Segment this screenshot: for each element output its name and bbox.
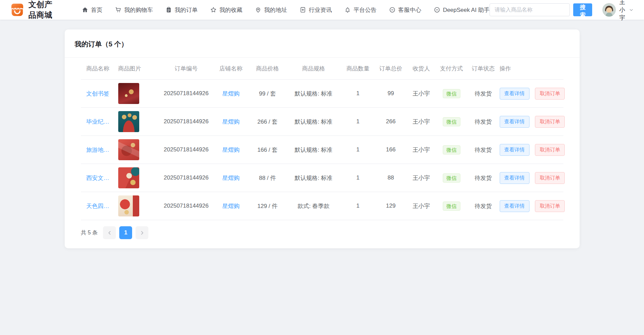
search-button[interactable]: 搜索: [573, 3, 592, 16]
column-header: 商品图片: [118, 58, 160, 80]
table-row: 毕业纪… 20250718144926 星熠购 266 / 套 默认规格: 标准…: [81, 108, 563, 136]
ai-icon: [434, 6, 440, 13]
pagination-total: 共 5 条: [81, 229, 98, 236]
nav-item[interactable]: 我的购物车: [115, 6, 153, 14]
order-total: 88: [375, 164, 407, 192]
nav-item-label: 我的地址: [264, 6, 287, 14]
prev-page-button[interactable]: [103, 226, 116, 239]
cancel-order-button[interactable]: 取消订单: [535, 88, 565, 100]
recipient: 王小宇: [407, 192, 436, 220]
order-status: 待发货: [467, 192, 500, 220]
order-number: 20250718144926: [160, 164, 213, 192]
column-header: 订单状态: [467, 58, 500, 80]
cart-icon: [115, 6, 122, 13]
product-spec: 默认规格: 标准: [286, 108, 341, 136]
shop-name-link[interactable]: 星熠购: [222, 147, 240, 153]
product-image[interactable]: [118, 83, 139, 104]
product-image[interactable]: [118, 111, 139, 132]
column-header: 收货人: [407, 58, 436, 80]
chevron-down-icon: [629, 7, 634, 13]
product-image[interactable]: [118, 167, 139, 188]
nav-item-label: 我的订单: [174, 6, 198, 14]
page-body: 我的订单（5 个） 商品名称商品图片订单编号店铺名称商品价格商品规格商品数量订单…: [0, 20, 644, 248]
view-details-button[interactable]: 查看详情: [500, 116, 529, 128]
payment-badge: 微信: [443, 117, 460, 126]
recipient: 王小宇: [407, 136, 436, 164]
order-number: 20250718144926: [160, 108, 213, 136]
store-logo-icon: [10, 3, 24, 17]
product-price: 266 / 套: [249, 108, 286, 136]
main-nav: 首页 我的购物车 我的订单 我的收藏 我的地址 行业资讯 平台公告: [82, 6, 490, 14]
order-status: 待发货: [467, 108, 500, 136]
order-total: 266: [375, 108, 407, 136]
table-header-row: 商品名称商品图片订单编号店铺名称商品价格商品规格商品数量订单总价收货人支付方式订…: [81, 58, 563, 80]
recipient: 王小宇: [407, 80, 436, 108]
view-details-button[interactable]: 查看详情: [500, 172, 529, 184]
order-total: 129: [375, 192, 407, 220]
user-menu[interactable]: 王小宇: [602, 0, 634, 22]
product-spec: 款式: 春季款: [286, 192, 341, 220]
product-name-link[interactable]: 毕业纪…: [86, 119, 109, 125]
nav-item[interactable]: 我的地址: [255, 6, 287, 14]
nav-item[interactable]: 客服中心: [389, 6, 421, 14]
view-details-button[interactable]: 查看详情: [500, 200, 529, 212]
orders-table: 商品名称商品图片订单编号店铺名称商品价格商品规格商品数量订单总价收货人支付方式订…: [81, 58, 563, 220]
shop-name-link[interactable]: 星熠购: [222, 119, 240, 125]
nav-item-label: DeepSeek AI 助手: [443, 6, 490, 14]
nav-item[interactable]: 我的订单: [165, 6, 198, 14]
payment-badge: 微信: [443, 145, 460, 154]
product-spec: 默认规格: 标准: [286, 136, 341, 164]
order-status: 待发货: [467, 80, 500, 108]
column-header: 操作: [500, 58, 563, 80]
column-header: 商品数量: [341, 58, 375, 80]
shop-name-link[interactable]: 星熠购: [222, 175, 240, 181]
page-number-button[interactable]: 1: [119, 226, 132, 239]
view-details-button[interactable]: 查看详情: [500, 144, 529, 156]
product-qty: 1: [341, 136, 375, 164]
shop-name-link[interactable]: 星熠购: [222, 203, 240, 209]
cancel-order-button[interactable]: 取消订单: [535, 172, 565, 184]
search-area: 搜索: [490, 3, 592, 16]
product-image[interactable]: [118, 195, 139, 216]
search-input[interactable]: [490, 3, 570, 16]
product-spec: 默认规格: 标准: [286, 80, 341, 108]
product-image[interactable]: [118, 139, 139, 160]
order-status: 待发货: [467, 136, 500, 164]
product-name-link[interactable]: 天色四…: [86, 203, 109, 209]
nav-item[interactable]: 平台公告: [344, 6, 376, 14]
chevron-left-icon: [107, 230, 112, 235]
order-number: 20250718144926: [160, 80, 213, 108]
product-price: 99 / 套: [249, 80, 286, 108]
column-header: 订单编号: [160, 58, 213, 80]
nav-item[interactable]: DeepSeek AI 助手: [434, 6, 490, 14]
top-header: 文创产品商城 首页 我的购物车 我的订单 我的收藏 我的地址 行业资讯: [0, 0, 644, 20]
view-details-button[interactable]: 查看详情: [500, 88, 529, 100]
column-header: 订单总价: [375, 58, 407, 80]
cancel-order-button[interactable]: 取消订单: [535, 144, 565, 156]
brand-logo-link[interactable]: 文创产品商城: [10, 0, 59, 20]
pagination: 共 5 条 1: [65, 220, 580, 248]
recipient: 王小宇: [407, 108, 436, 136]
news-icon: [299, 6, 306, 13]
product-name-link[interactable]: 旅游地…: [86, 147, 109, 153]
nav-item[interactable]: 我的收藏: [210, 6, 242, 14]
nav-item-label: 行业资讯: [309, 6, 332, 14]
payment-badge: 微信: [443, 202, 460, 211]
column-header: 商品名称: [81, 58, 118, 80]
shop-name-link[interactable]: 星熠购: [222, 90, 240, 97]
next-page-button[interactable]: [136, 226, 148, 239]
nav-item[interactable]: 首页: [82, 6, 102, 14]
cancel-order-button[interactable]: 取消订单: [535, 200, 565, 212]
product-name-link[interactable]: 西安文…: [86, 175, 109, 181]
table-row: 文创书签 20250718144926 星熠购 99 / 套 默认规格: 标准 …: [81, 80, 563, 108]
home-icon: [82, 6, 88, 13]
nav-item-label: 平台公告: [353, 6, 376, 14]
cancel-order-button[interactable]: 取消订单: [535, 116, 565, 128]
nav-item[interactable]: 行业资讯: [299, 6, 332, 14]
orders-card: 我的订单（5 个） 商品名称商品图片订单编号店铺名称商品价格商品规格商品数量订单…: [65, 29, 580, 248]
page-title: 我的订单（5 个）: [65, 29, 580, 58]
product-price: 166 / 套: [249, 136, 286, 164]
product-name-link[interactable]: 文创书签: [86, 90, 109, 97]
column-header: 支付方式: [436, 58, 467, 80]
bell-icon: [344, 6, 351, 13]
